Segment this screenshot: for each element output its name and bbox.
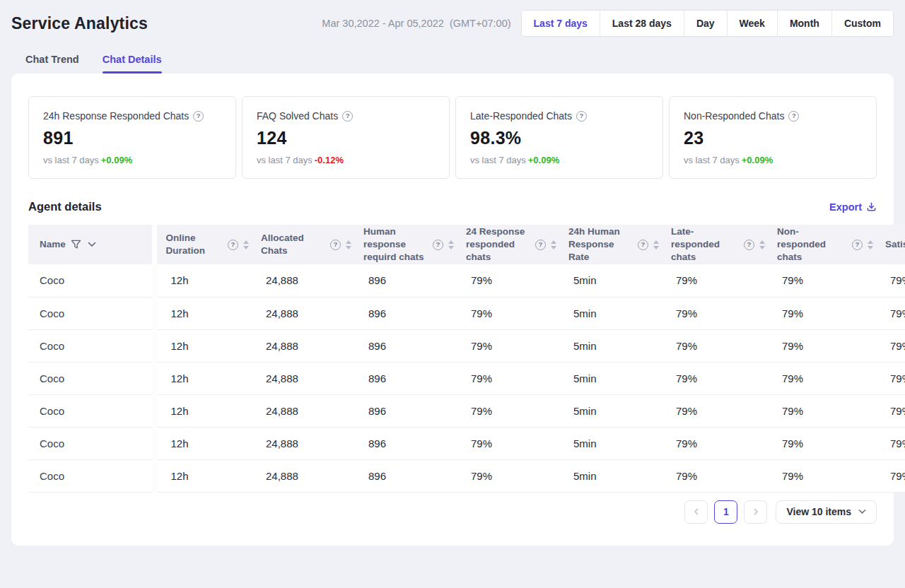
range-button-week[interactable]: Week <box>727 11 777 36</box>
prev-page-button[interactable] <box>684 500 708 524</box>
cell-human_response_rate_24h: 5min <box>559 329 662 362</box>
cell-satisfaction: 79% <box>876 297 905 329</box>
stat-card-value: 891 <box>43 128 221 148</box>
range-button-month[interactable]: Month <box>777 11 831 36</box>
help-icon[interactable]: ? <box>852 240 863 250</box>
range-button-custom[interactable]: Custom <box>831 11 893 36</box>
pagination: 1 View 10 items <box>28 500 877 524</box>
cell-late_responded_chats: 79% <box>662 329 768 362</box>
cell-late_responded_chats: 79% <box>662 264 768 297</box>
cell-human_response_required_chats: 896 <box>354 362 457 394</box>
help-icon[interactable]: ? <box>433 240 443 250</box>
agent-table-scroll-area[interactable]: NameOnline Duration?Allocated Chats?Huma… <box>28 225 905 493</box>
cell-allocated_chats: 24,888 <box>252 459 354 492</box>
cell-human_response_rate_24h: 5min <box>559 362 662 394</box>
sort-icon[interactable] <box>653 240 659 249</box>
cell-non_responded_chats: 79% <box>768 394 876 427</box>
next-page-button[interactable] <box>744 500 767 524</box>
column-label: Online Duration <box>166 232 223 257</box>
cell-name: Coco <box>28 394 154 427</box>
stat-card-label: FAQ Solved Chats <box>257 110 338 122</box>
cell-human_response_required_chats: 896 <box>354 264 457 297</box>
cell-human_response_rate_24h: 5min <box>559 394 662 427</box>
help-icon[interactable]: ? <box>788 111 799 122</box>
agent-details-title: Agent details <box>28 200 102 213</box>
cell-non_responded_chats: 79% <box>768 297 876 329</box>
stat-card-value: 23 <box>684 128 862 148</box>
cell-satisfaction: 79% <box>876 362 905 394</box>
help-icon[interactable]: ? <box>744 240 754 250</box>
cell-responded_chats_24: 79% <box>457 362 559 394</box>
help-icon[interactable]: ? <box>576 111 587 122</box>
cell-satisfaction: 79% <box>876 264 905 297</box>
page-title: Service Analytics <box>11 14 148 33</box>
cell-online_duration: 12h <box>154 394 252 427</box>
table-row: Coco12h24,88889679%5min79%79%79% <box>28 297 905 329</box>
cell-human_response_required_chats: 896 <box>354 329 457 362</box>
sort-icon[interactable] <box>551 240 556 249</box>
export-button[interactable]: Export <box>829 201 877 213</box>
page-header: Service Analytics Mar 30,2022 - Apr 05,2… <box>0 0 905 74</box>
cell-allocated_chats: 24,888 <box>252 394 354 427</box>
cell-human_response_required_chats: 896 <box>354 459 457 492</box>
cell-online_duration: 12h <box>154 427 252 459</box>
cell-online_duration: 12h <box>154 329 252 362</box>
chevron-right-icon <box>752 507 760 516</box>
column-header-name: Name <box>28 225 154 264</box>
help-icon[interactable]: ? <box>193 111 204 122</box>
cell-human_response_required_chats: 896 <box>354 297 457 329</box>
chevron-down-icon[interactable] <box>88 242 96 247</box>
column-header-human_response_required_chats: Human response requird chats? <box>354 225 457 264</box>
cell-responded_chats_24: 79% <box>457 394 559 427</box>
stat-card-non-responded: Non-Responded Chats? 23 vs last 7 days+0… <box>669 96 877 179</box>
stat-card-label: Non-Responded Chats <box>684 110 784 122</box>
cell-non_responded_chats: 79% <box>768 264 876 297</box>
help-icon[interactable]: ? <box>228 240 238 250</box>
help-icon[interactable]: ? <box>342 111 353 122</box>
sort-icon[interactable] <box>448 240 454 249</box>
cell-non_responded_chats: 79% <box>768 329 876 362</box>
stat-card-value: 98.3% <box>470 128 648 148</box>
sort-icon[interactable] <box>243 240 249 249</box>
page-number-button[interactable]: 1 <box>714 500 737 524</box>
help-icon[interactable]: ? <box>330 240 341 250</box>
tab-chat-trend[interactable]: Chat Trend <box>25 54 79 74</box>
compare-label: vs last 7 days <box>684 155 740 165</box>
filter-icon[interactable] <box>71 240 81 249</box>
column-label: 24h Human Response Rate <box>568 225 633 264</box>
help-icon[interactable]: ? <box>638 240 648 250</box>
column-header-responded_chats_24: 24 Response responded chats? <box>457 225 559 264</box>
column-label: Allocated Chats <box>261 232 325 257</box>
sort-icon[interactable] <box>868 240 873 249</box>
tab-chat-details[interactable]: Chat Details <box>103 54 162 74</box>
column-header-human_response_rate_24h: 24h Human Response Rate? <box>559 225 662 264</box>
range-button-day[interactable]: Day <box>684 11 727 36</box>
sort-icon[interactable] <box>759 240 765 249</box>
cell-human_response_required_chats: 896 <box>354 427 457 459</box>
cell-late_responded_chats: 79% <box>662 394 768 427</box>
cell-allocated_chats: 24,888 <box>252 362 354 394</box>
cell-satisfaction: 79% <box>876 329 905 362</box>
column-header-late_responded_chats: Late-responded chats? <box>662 225 768 264</box>
cell-online_duration: 12h <box>154 264 252 297</box>
cell-responded_chats_24: 79% <box>457 264 559 297</box>
cell-responded_chats_24: 79% <box>457 329 559 362</box>
cell-name: Coco <box>28 264 154 297</box>
table-row: Coco12h24,88889679%5min79%79%79% <box>28 362 905 394</box>
range-button-last-28-days[interactable]: Last 28 days <box>600 11 684 36</box>
help-icon[interactable]: ? <box>535 240 546 250</box>
cell-human_response_rate_24h: 5min <box>559 297 662 329</box>
cell-allocated_chats: 24,888 <box>252 264 354 297</box>
delta-value: +0.09% <box>742 155 773 165</box>
column-header-non_responded_chats: Non-responded chats? <box>768 225 876 264</box>
download-icon <box>866 201 877 212</box>
sort-icon[interactable] <box>346 240 351 249</box>
page-size-select[interactable]: View 10 items <box>776 500 877 524</box>
column-label: 24 Response responded chats <box>466 225 530 264</box>
cell-human_response_rate_24h: 5min <box>559 427 662 459</box>
range-button-last-7-days[interactable]: Last 7 days <box>522 11 600 36</box>
cell-late_responded_chats: 79% <box>662 427 768 459</box>
cell-name: Coco <box>28 427 154 459</box>
column-label: Satisfaction <box>885 238 905 251</box>
tab-bar: Chat TrendChat Details <box>11 37 894 74</box>
